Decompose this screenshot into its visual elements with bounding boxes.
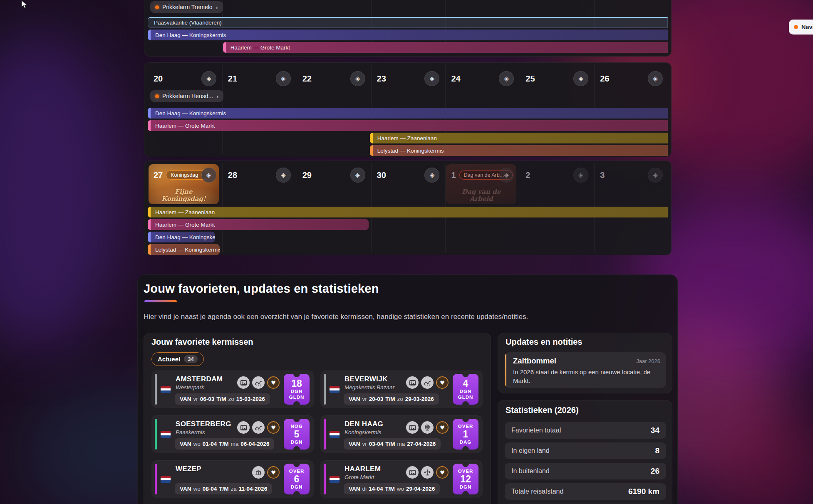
section-intro: Hier vind je naast je agenda ook een ove… — [144, 313, 560, 321]
day-cell: 2◈ — [520, 168, 594, 209]
date-to-day: ma — [397, 441, 405, 447]
filter-count-badge: 34 — [184, 355, 197, 363]
day-header: 3◈ — [594, 168, 669, 183]
day-number: 20 — [154, 74, 163, 84]
day-cell: 29◈ — [297, 168, 371, 209]
diamond-icon: ◈ — [355, 76, 360, 82]
day-action-button[interactable]: ◈ — [648, 168, 663, 183]
day-action-button[interactable]: ◈ — [648, 71, 663, 86]
stat-label: Totale reisafstand — [511, 488, 563, 495]
event-bar[interactable]: Haarlem — Grote Markt — [148, 219, 369, 230]
date-van-label: VAN — [349, 486, 360, 492]
day-cell: 28◈ — [222, 168, 297, 209]
update-note-accent — [505, 352, 506, 388]
holiday-badge[interactable]: Koningsdag› — [166, 170, 207, 180]
heart-icon[interactable]: ♥ — [436, 376, 449, 389]
event-bar[interactable]: Lelystad — Koningskermis — [370, 145, 668, 156]
day-action-button[interactable]: ◈ — [276, 168, 291, 183]
event-bar[interactable]: Haarlem — Zaanenlaan — [148, 207, 668, 217]
date-from: 08-04 — [203, 486, 217, 492]
carousel-icon[interactable] — [252, 466, 265, 479]
day-action-button[interactable]: ◈ — [201, 71, 216, 86]
favorite-kermis-card[interactable]: SOESTERBERGPaaskermisVANwo01-04T/Mma06-0… — [151, 415, 314, 453]
day-action-button[interactable]: ◈ — [201, 168, 216, 183]
countdown-badge-line: 1 — [463, 429, 468, 439]
flag-stripe — [161, 435, 171, 438]
kermis-city: DEN HAAG — [345, 420, 383, 428]
heart-icon[interactable]: ♥ — [436, 466, 449, 479]
day-image-caption: Fijne Koningsdag! — [149, 188, 219, 203]
day-action-button[interactable]: ◈ — [276, 71, 291, 86]
day-number: 2 — [525, 170, 530, 180]
alert-pill[interactable]: Prikkelarm Heusd...› — [150, 90, 223, 102]
ride-icon[interactable] — [252, 376, 265, 389]
day-action-button[interactable]: ◈ — [350, 168, 365, 183]
scale-icon[interactable] — [421, 466, 434, 479]
event-bar[interactable]: Haarlem — Grote Markt — [148, 120, 668, 131]
favorite-kermis-card[interactable]: DEN HAAGKoningskermisVANvr03-04T/Mma27-0… — [320, 415, 483, 453]
day-header: 28◈ — [222, 168, 297, 183]
date-van-label: VAN — [180, 396, 191, 402]
photo-icon[interactable] — [237, 421, 250, 434]
date-tm-label: T/M — [385, 486, 395, 492]
holiday-badge-label: Dag van de Arb... — [464, 172, 504, 178]
photo-icon[interactable] — [406, 376, 419, 389]
calendar-week-row: 20◈21◈22◈23◈24◈25◈26◈Prikkelarm Heusd...… — [144, 62, 672, 157]
card-icons: ♥ — [252, 466, 280, 479]
favorite-kermis-card[interactable]: HAARLEMGrote MarktVANdi14-04T/Mwo29-04-2… — [320, 460, 483, 498]
ferris-icon[interactable] — [421, 421, 434, 434]
event-bar[interactable]: Lelystad — Koningskermis — [148, 244, 220, 255]
date-to-day: zo — [397, 396, 403, 402]
navigation-button[interactable]: Navig — [789, 20, 813, 35]
day-action-button[interactable]: ◈ — [424, 168, 439, 183]
day-action-button[interactable]: ◈ — [424, 71, 439, 86]
section-title-underline — [144, 300, 177, 302]
day-header: 27Koningsdag›◈ — [148, 168, 222, 183]
alert-pill[interactable]: Prikkelarm Tremelo› — [150, 1, 223, 13]
day-action-button[interactable]: ◈ — [499, 168, 514, 183]
day-number: 3 — [600, 170, 605, 180]
day-action-button[interactable]: ◈ — [350, 71, 365, 86]
favorite-kermis-card[interactable]: AMSTERDAMWesterparkVANvr06-03T/Mzo15-03-… — [151, 371, 314, 408]
day-cell: 21◈ — [222, 71, 297, 113]
filter-actueel-button[interactable]: Actueel 34 — [151, 352, 204, 366]
countdown-badge-line: DGN — [460, 388, 472, 394]
countdown-badge-line: 6 — [294, 474, 300, 484]
day-header: 22◈ — [297, 71, 371, 86]
day-action-button[interactable]: ◈ — [573, 168, 588, 183]
event-bar[interactable]: Den Haag — Koningskermis — [148, 30, 668, 40]
event-bar[interactable]: Den Haag — Koningskermis — [148, 108, 668, 119]
heart-glyph: ♥ — [440, 425, 445, 430]
heart-icon[interactable]: ♥ — [436, 421, 449, 434]
photo-icon[interactable] — [406, 466, 419, 479]
netherlands-flag-icon — [330, 476, 340, 483]
heart-icon[interactable]: ♥ — [267, 376, 280, 389]
calendar-week-row: Prikkelarm Tremelo›Paasvakantie (Vlaande… — [144, 0, 672, 57]
countdown-badge-line: DGN — [291, 484, 303, 490]
stat-value: 34 — [651, 426, 659, 435]
heart-icon[interactable]: ♥ — [267, 466, 280, 479]
event-bar[interactable]: Den Haag — Koningsker... — [148, 232, 215, 242]
event-bar[interactable]: Paasvakantie (Vlaanderen) — [148, 17, 668, 28]
favorite-kermis-card[interactable]: WEZEPVANwo08-04T/Mza11-04-2026♥OVER6DGN — [151, 460, 314, 498]
photo-icon[interactable] — [406, 421, 419, 434]
ride-icon[interactable] — [252, 421, 265, 434]
favorite-kermis-card[interactable]: BEVERWIJKMegakermis BazaarVANvr20-03T/Mz… — [320, 371, 483, 408]
heart-icon[interactable]: ♥ — [267, 421, 280, 434]
countdown-badge-line: DGN — [460, 484, 472, 490]
day-action-button[interactable]: ◈ — [499, 71, 514, 86]
photo-icon[interactable] — [237, 376, 250, 389]
diamond-icon: ◈ — [206, 76, 211, 82]
event-bar[interactable]: Haarlem — Zaanenlaan — [370, 133, 668, 143]
flag-stripe — [161, 480, 171, 483]
day-header: 20◈ — [148, 71, 222, 86]
ride-icon[interactable] — [421, 376, 434, 389]
card-accent-bar — [324, 374, 326, 405]
flag-stripe — [330, 480, 340, 483]
day-action-button[interactable]: ◈ — [573, 71, 588, 86]
countdown-badge-line: GLDN — [458, 394, 473, 400]
day-number: 22 — [302, 74, 312, 84]
heart-glyph: ♥ — [271, 380, 276, 385]
event-bar[interactable]: Haarlem — Grote Markt — [223, 42, 668, 53]
event-bars: Den Haag — KoningskermisHaarlem — Grote … — [148, 108, 668, 158]
